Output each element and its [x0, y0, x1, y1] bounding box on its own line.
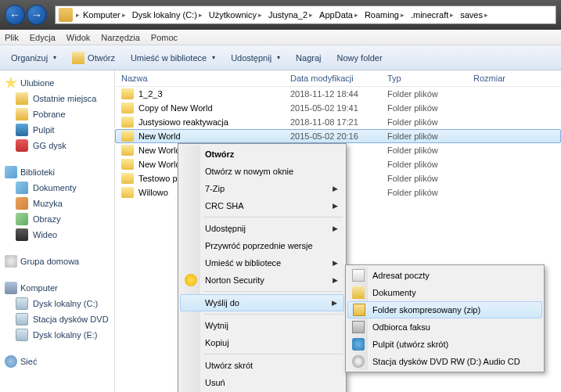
header-name[interactable]: Nazwa [121, 74, 290, 83]
breadcrumb-segment[interactable]: Dysk lokalny (C:)▸ [129, 10, 206, 20]
sidebar-ggdysk[interactable]: GG dysk [0, 138, 114, 153]
breadcrumb-segment[interactable]: .minecraft▸ [408, 10, 457, 20]
sidebar: Ulubione Ostatnie miejsca Pobrane Pulpit… [0, 70, 115, 392]
documents-icon [16, 182, 28, 194]
fax-icon [352, 321, 365, 333]
desktop-icon [16, 124, 28, 136]
titlebar: ← → ▸ Komputer▸ Dysk lokalny (C:)▸ Użytk… [0, 0, 561, 30]
folder-icon [72, 52, 85, 64]
organize-button[interactable]: Organizuj [6, 51, 61, 65]
burn-button[interactable]: Nagraj [291, 51, 325, 65]
breadcrumb-segment[interactable]: saves▸ [457, 10, 491, 20]
ctx-library[interactable]: Umieść w bibliotece▶ [180, 254, 344, 272]
file-type: Folder plików [387, 188, 473, 197]
folder-icon [121, 145, 134, 156]
folder-icon [16, 108, 28, 120]
menu-pomoc[interactable]: Pomoc [151, 33, 178, 42]
ctx-delete[interactable]: Usuń [180, 374, 344, 391]
folder-icon [121, 117, 134, 128]
ctx-copy[interactable]: Kopiuj [180, 334, 344, 351]
file-name: Copy of New World [138, 103, 213, 113]
sendto-mail[interactable]: Adresat poczty [347, 267, 542, 284]
ctx-open-new[interactable]: Otwórz w nowym oknie [180, 163, 344, 180]
open-button[interactable]: Otwórz [67, 49, 120, 67]
ctx-share[interactable]: Udostępnij▶ [180, 220, 344, 237]
file-type: Folder plików [387, 160, 473, 169]
menu-widok[interactable]: Widok [67, 33, 91, 42]
include-library-button[interactable]: Umieść w bibliotece [126, 51, 220, 65]
breadcrumb[interactable]: ▸ Komputer▸ Dysk lokalny (C:)▸ Użytkowni… [55, 5, 556, 24]
table-row[interactable]: New World2015-05-02 20:16Folder plików [115, 129, 561, 143]
sendto-fax[interactable]: Odbiorca faksu [347, 318, 542, 336]
sidebar-downloads[interactable]: Pobrane [0, 106, 114, 122]
breadcrumb-segment[interactable]: Użytkownicy▸ [206, 10, 265, 20]
sendto-desktop[interactable]: Pulpit (utwórz skrót) [347, 336, 542, 353]
file-type: Folder plików [387, 103, 473, 113]
ctx-norton[interactable]: Norton Security▶ [180, 272, 344, 289]
file-date: 2018-11-08 17:21 [290, 117, 387, 127]
sidebar-music[interactable]: Muzyka [0, 196, 114, 211]
menu-edycja[interactable]: Edycja [30, 33, 56, 42]
videos-icon [16, 228, 28, 241]
file-name: New World- [138, 146, 183, 155]
ctx-shortcut[interactable]: Utwórz skrót [180, 357, 344, 374]
documents-icon [352, 286, 365, 299]
table-row[interactable]: Justysiowo reaktywacja2018-11-08 17:21Fo… [115, 115, 561, 129]
file-type: Folder plików [387, 146, 473, 155]
file-date: 2018-11-12 18:44 [290, 89, 387, 99]
header-type[interactable]: Typ [387, 74, 473, 83]
sidebar-favorites[interactable]: Ulubione [0, 75, 114, 91]
sendto-zip[interactable]: Folder skompresowany (zip) [347, 301, 542, 318]
sidebar-videos[interactable]: Wideo [0, 227, 114, 243]
file-date: 2015-05-02 20:16 [290, 131, 387, 141]
folder-icon [121, 173, 134, 184]
ctx-open[interactable]: Otwórz [180, 146, 344, 163]
sidebar-desktop[interactable]: Pulpit [0, 122, 114, 138]
nav-buttons: ← → [5, 5, 47, 25]
header-size[interactable]: Rozmiar [473, 74, 555, 83]
star-icon [5, 77, 17, 89]
sidebar-libraries[interactable]: Biblioteki [0, 164, 114, 180]
header-date[interactable]: Data modyfikacji [290, 74, 387, 83]
sidebar-recent[interactable]: Ostatnie miejsca [0, 91, 114, 106]
folder-icon [121, 131, 134, 142]
file-name: Willowo [138, 188, 168, 197]
ctx-sendto[interactable]: Wyślij do▶ [180, 294, 344, 311]
file-type: Folder plików [387, 174, 473, 183]
folder-icon [121, 102, 134, 113]
sidebar-network[interactable]: Sieć [0, 354, 114, 369]
ctx-restore[interactable]: Przywróć poprzednie wersje [180, 237, 344, 254]
file-date: 2015-05-02 19:41 [290, 103, 387, 113]
table-row[interactable]: 1_2_32018-11-12 18:44Folder plików [115, 87, 561, 101]
menu-narzedzia[interactable]: Narzędzia [101, 33, 140, 42]
sendto-documents[interactable]: Dokumenty [347, 284, 542, 301]
new-folder-button[interactable]: Nowy folder [333, 51, 387, 65]
file-type: Folder plików [387, 117, 473, 127]
sidebar-computer[interactable]: Komputer [0, 280, 114, 296]
breadcrumb-segment[interactable]: Komputer▸ [80, 10, 129, 20]
sidebar-homegroup[interactable]: Grupa domowa [0, 254, 114, 269]
toolbar: Organizuj Otwórz Umieść w bibliotece Udo… [0, 45, 561, 70]
sidebar-pictures[interactable]: Obrazy [0, 211, 114, 227]
folder-icon [121, 88, 134, 99]
breadcrumb-segment[interactable]: Roaming▸ [361, 10, 408, 20]
dvd-icon [352, 355, 365, 368]
ctx-cut[interactable]: Wytnij [180, 317, 344, 334]
table-row[interactable]: Copy of New World2015-05-02 19:41Folder … [115, 101, 561, 115]
share-button[interactable]: Udostępnij [226, 51, 285, 65]
sidebar-drive-e[interactable]: Dysk lokalny (E:) [0, 327, 114, 343]
ctx-crc[interactable]: CRC SHA▶ [180, 197, 344, 214]
sidebar-documents[interactable]: Dokumenty [0, 180, 114, 196]
back-button[interactable]: ← [5, 5, 25, 25]
sendto-dvd[interactable]: Stacja dysków DVD RW (D:) Audio CD [347, 353, 542, 370]
breadcrumb-segment[interactable]: Justyna_2▸ [265, 10, 316, 20]
norton-icon [185, 274, 197, 286]
forward-button[interactable]: → [27, 5, 47, 25]
sidebar-dvd[interactable]: Stacja dysków DVD [0, 311, 114, 327]
file-name: New World [138, 131, 181, 141]
menubar: Plik Edycja Widok Narzędzia Pomoc [0, 30, 561, 45]
sidebar-drive-c[interactable]: Dysk lokalny (C:) [0, 296, 114, 311]
menu-plik[interactable]: Plik [5, 33, 19, 42]
ctx-7zip[interactable]: 7-Zip▶ [180, 180, 344, 197]
breadcrumb-segment[interactable]: AppData▸ [316, 10, 361, 20]
